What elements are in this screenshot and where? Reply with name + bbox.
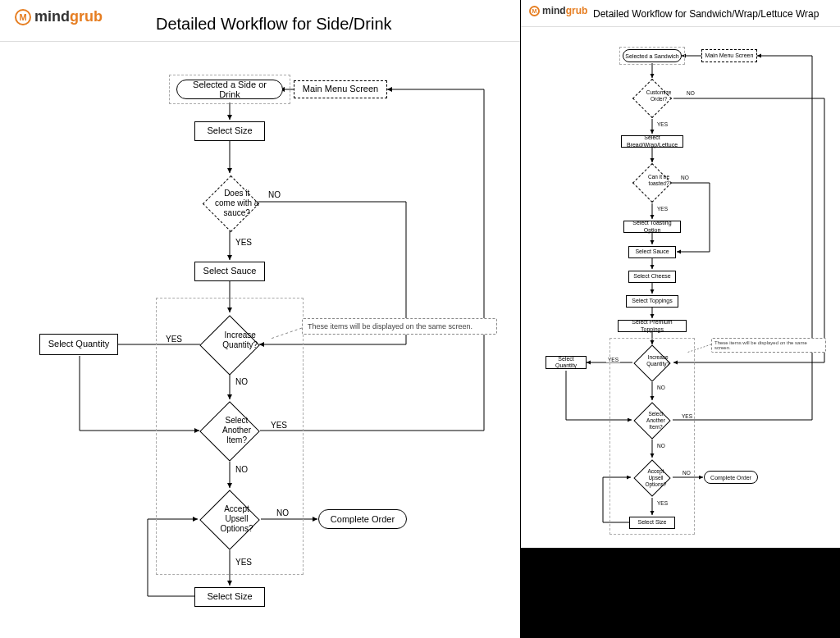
size-node: Select Size <box>629 517 675 529</box>
edge-no: NO <box>267 190 282 199</box>
edge-yes: YES <box>606 357 620 362</box>
toppings-node: Select Toppings <box>626 295 678 308</box>
edge-yes: YES <box>234 238 253 247</box>
size-node: Select Size <box>194 121 265 141</box>
svg-line-10 <box>271 328 302 339</box>
premium-node: Select Premium Toppings <box>618 320 687 332</box>
qty-node: Select Quantity <box>39 334 118 355</box>
toast-decision: Can it be toasted? <box>632 163 672 203</box>
same-screen-note: These items will be displayed on the sam… <box>302 318 497 335</box>
edge-yes: YES <box>680 413 694 419</box>
size2-node: Select Size <box>194 587 265 607</box>
edge-yes: YES <box>234 558 253 567</box>
svg-line-26 <box>687 344 711 353</box>
customize-decision: Customize Order? <box>632 79 672 118</box>
edge-no: NO <box>275 508 290 517</box>
edge-yes: YES <box>655 206 669 212</box>
toast-node: Select Toasting Option <box>623 221 681 233</box>
edge-no: NO <box>681 470 692 476</box>
edge-yes: YES <box>655 121 669 127</box>
edge-no: NO <box>685 90 696 96</box>
sauce-node: Select Sauce <box>628 246 676 258</box>
cheese-node: Select Cheese <box>628 271 676 283</box>
mainmenu-node: Main Menu Screen <box>701 49 757 62</box>
edge-yes: YES <box>164 335 184 344</box>
start-node: Selected a Side or Drink <box>176 80 283 99</box>
edge-no: NO <box>655 443 667 449</box>
another-decision: Select Another Item? <box>199 401 260 462</box>
upsell-decision: Accept Upsell Options? <box>633 459 671 497</box>
start-node: Selected a Sandwich <box>623 49 682 62</box>
sauce-decision: Does it come with a sauce? <box>202 175 259 232</box>
another-decision: Select Another Item? <box>633 402 671 440</box>
qty-decision: Increase Quantity? <box>199 315 260 376</box>
mainmenu-node: Main Menu Screen <box>294 80 387 98</box>
edge-yes: YES <box>269 421 289 430</box>
qty-decision: Increase Quantity? <box>633 344 671 382</box>
right-wrapper: M mindgrub Detailed Workflow for Sandwic… <box>521 0 840 638</box>
page-sandwich: M mindgrub Detailed Workflow for Sandwic… <box>521 0 840 548</box>
edge-no: NO <box>234 465 249 474</box>
edge-yes: YES <box>655 500 669 506</box>
complete-node: Complete Order <box>704 471 758 484</box>
complete-node: Complete Order <box>318 509 407 529</box>
bread-node: Select Bread/Wrap/Lettuce <box>621 135 683 148</box>
flowchart-edges <box>521 0 840 548</box>
edge-no: NO <box>655 385 667 390</box>
upsell-decision: Accept Upsell Options? <box>199 490 260 550</box>
same-screen-note: These items will be displayed on the sam… <box>711 338 826 353</box>
edge-no: NO <box>679 175 691 180</box>
page-side-drink: M mindgrub Detailed Workflow for Side/Dr… <box>0 0 521 638</box>
qty-node: Select Quantity <box>546 356 587 369</box>
sauce-node: Select Sauce <box>194 262 265 281</box>
edge-no: NO <box>234 377 249 386</box>
